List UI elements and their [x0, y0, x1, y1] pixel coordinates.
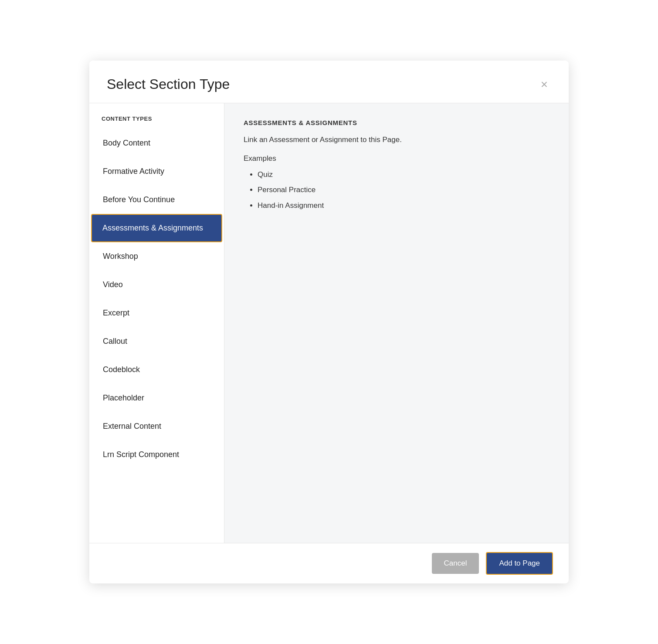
sidebar-item-formative-activity[interactable]: Formative Activity: [89, 157, 224, 186]
example-item-hand-in-assignment: Hand-in Assignment: [258, 200, 549, 211]
sidebar-item-before-you-continue[interactable]: Before You Continue: [89, 186, 224, 214]
modal-body: CONTENT TYPES Body Content Formative Act…: [89, 103, 569, 543]
modal-title: Select Section Type: [107, 76, 230, 92]
content-panel-description: Link an Assessment or Assignment to this…: [244, 134, 549, 146]
sidebar-item-placeholder[interactable]: Placeholder: [89, 384, 224, 412]
sidebar-item-workshop[interactable]: Workshop: [89, 242, 224, 271]
examples-list: Quiz Personal Practice Hand-in Assignmen…: [244, 169, 549, 211]
examples-label: Examples: [244, 154, 549, 163]
sidebar-item-video[interactable]: Video: [89, 271, 224, 299]
close-button[interactable]: ×: [537, 77, 551, 92]
example-item-personal-practice: Personal Practice: [258, 184, 549, 196]
modal-header: Select Section Type ×: [89, 61, 569, 103]
sidebar-item-assessments-assignments[interactable]: Assessments & Assignments: [91, 214, 222, 242]
sidebar-item-external-content[interactable]: External Content: [89, 412, 224, 441]
modal-footer: Cancel Add to Page: [89, 543, 569, 583]
modal-overlay: Select Section Type × CONTENT TYPES Body…: [0, 0, 658, 644]
modal-dialog: Select Section Type × CONTENT TYPES Body…: [89, 61, 569, 583]
cancel-button[interactable]: Cancel: [432, 553, 479, 574]
sidebar-item-callout[interactable]: Callout: [89, 327, 224, 356]
content-panel-title: ASSESSMENTS & ASSIGNMENTS: [244, 119, 549, 126]
content-panel: ASSESSMENTS & ASSIGNMENTS Link an Assess…: [224, 103, 569, 543]
sidebar-item-body-content[interactable]: Body Content: [89, 129, 224, 157]
sidebar-item-excerpt[interactable]: Excerpt: [89, 299, 224, 327]
example-item-quiz: Quiz: [258, 169, 549, 180]
add-to-page-button[interactable]: Add to Page: [486, 552, 553, 575]
sidebar-section-label: CONTENT TYPES: [89, 115, 224, 129]
sidebar-item-lrn-script-component[interactable]: Lrn Script Component: [89, 441, 224, 469]
sidebar: CONTENT TYPES Body Content Formative Act…: [89, 103, 224, 543]
sidebar-item-codeblock[interactable]: Codeblock: [89, 356, 224, 384]
